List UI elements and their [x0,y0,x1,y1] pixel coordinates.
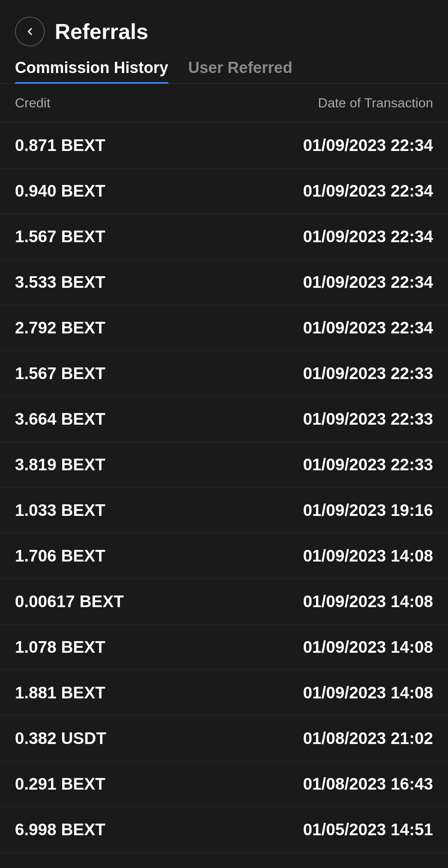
cell-date: 01/09/2023 14:08 [303,683,433,702]
table-row: 2.792 BEXT01/09/2023 22:34 [0,305,448,351]
cell-date: 01/09/2023 14:08 [303,547,433,565]
table-row: 3.533 BEXT01/09/2023 22:34 [0,260,448,305]
cell-credit: 1.567 BEXT [15,227,105,246]
cell-credit: 1.567 BEXT [15,364,105,383]
cell-date: 01/05/2023 14:51 [303,820,433,839]
cell-date: 01/03/2023 02:06 [303,866,433,868]
table-row: 1.706 BEXT01/09/2023 14:08 [0,533,448,579]
cell-credit: 1.033 BEXT [15,501,105,520]
table-row: 0.940 BEXT01/09/2023 22:34 [0,168,448,214]
table-row: 0.291 BEXT01/08/2023 16:43 [0,761,448,807]
table-row: 0.382 USDT01/08/2023 21:02 [0,716,448,761]
back-button[interactable] [15,17,45,46]
cell-date: 01/09/2023 22:33 [303,364,433,383]
tab-commission-history[interactable]: Commission History [15,59,168,83]
page-title: Referrals [55,19,148,44]
cell-credit: 1.881 BEXT [15,683,105,702]
cell-credit: 0.940 BEXT [15,182,105,200]
cell-credit: 0.00617 BEXT [15,592,124,611]
cell-credit: 0.382 USDT [15,729,106,748]
table-row: 3.819 BEXT01/09/2023 22:33 [0,442,448,488]
tab-user-referred[interactable]: User Referred [188,59,292,83]
cell-date: 01/08/2023 16:43 [303,775,433,793]
cell-date: 01/09/2023 22:34 [303,227,433,246]
table-row: 1.567 BEXT01/09/2023 22:33 [0,351,448,396]
cell-credit: 1.078 BEXT [15,638,105,656]
cell-date: 01/09/2023 22:34 [303,182,433,200]
table-row: 6.998 BEXT01/05/2023 14:51 [0,807,448,853]
cell-date: 01/09/2023 22:34 [303,319,433,337]
tabs-container: Commission History User Referred [0,59,448,84]
cell-credit: 0.291 BEXT [15,775,105,793]
cell-date: 01/09/2023 19:16 [303,501,433,520]
cell-credit: 6.998 BEXT [15,820,105,839]
table-row: 3.664 BEXT01/09/2023 22:33 [0,396,448,442]
cell-date: 01/09/2023 14:08 [303,638,433,656]
cell-credit: 0.0222 BEXT [15,866,114,868]
table-row: 0.871 BEXT01/09/2023 22:34 [0,123,448,168]
cell-date: 01/09/2023 22:33 [303,455,433,474]
cell-date: 01/09/2023 14:08 [303,592,433,611]
table-row: 0.0222 BEXT01/03/2023 02:06 [0,853,448,868]
cell-date: 01/09/2023 22:33 [303,410,433,428]
table-header: Credit Date of Transaction [0,84,448,123]
table-row: 1.567 BEXT01/09/2023 22:34 [0,214,448,260]
table-row: 0.00617 BEXT01/09/2023 14:08 [0,579,448,625]
column-header-date: Date of Transaction [318,95,433,111]
header: Referrals [0,0,448,59]
cell-date: 01/08/2023 21:02 [303,729,433,748]
cell-credit: 2.792 BEXT [15,319,105,337]
table-row: 1.078 BEXT01/09/2023 14:08 [0,625,448,670]
cell-credit: 3.819 BEXT [15,455,105,474]
cell-date: 01/09/2023 22:34 [303,273,433,292]
cell-credit: 0.871 BEXT [15,136,105,155]
cell-credit: 1.706 BEXT [15,547,105,565]
cell-credit: 3.533 BEXT [15,273,105,292]
table-body: 0.871 BEXT01/09/2023 22:340.940 BEXT01/0… [0,123,448,868]
cell-date: 01/09/2023 22:34 [303,136,433,155]
table-row: 1.881 BEXT01/09/2023 14:08 [0,670,448,716]
column-header-credit: Credit [15,95,50,111]
cell-credit: 3.664 BEXT [15,410,105,428]
table-row: 1.033 BEXT01/09/2023 19:16 [0,488,448,533]
